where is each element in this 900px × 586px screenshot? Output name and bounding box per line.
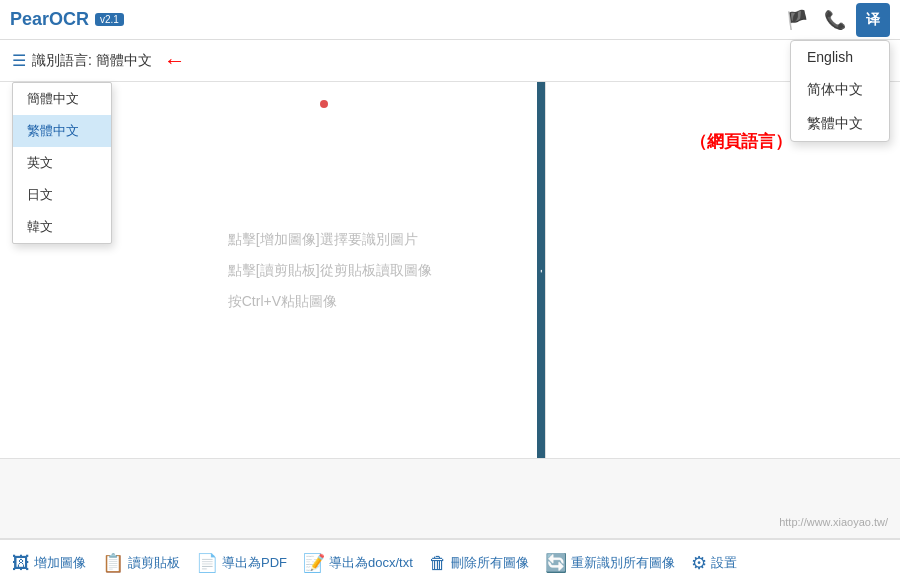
ui-language-dropdown: English 简体中文 繁體中文 xyxy=(790,40,890,142)
clipboard-icon: 📋 xyxy=(102,552,124,574)
clipboard-label: 讀剪貼板 xyxy=(128,554,180,572)
pdf-icon: 📄 xyxy=(196,552,218,574)
pdf-label: 導出為PDF xyxy=(222,554,287,572)
delete-icon: 🗑 xyxy=(429,553,447,574)
hint-1: 點擊[增加圖像]選擇要識別圖片 xyxy=(228,224,432,255)
add-image-icon: 🖼 xyxy=(12,553,30,574)
hint-3: 按Ctrl+V粘貼圖像 xyxy=(228,285,432,316)
red-dot xyxy=(320,100,328,108)
bottom-toolbar: 🖼 增加圖像 📋 讀剪貼板 📄 導出為PDF 📝 導出為docx/txt 🗑 刪… xyxy=(0,538,900,586)
refresh-icon: 🔄 xyxy=(545,552,567,574)
lang-option-traditional[interactable]: 繁體中文 xyxy=(791,107,889,141)
export-pdf-button[interactable]: 📄 導出為PDF xyxy=(196,552,287,574)
app-name: PearOCR xyxy=(10,9,89,30)
ocr-lang-selector[interactable]: ☰ 識別語言: 簡體中文 xyxy=(12,51,152,70)
flag-icon-btn[interactable]: 🏴 xyxy=(780,3,814,37)
brand: PearOCR v2.1 xyxy=(10,9,124,30)
ocr-lang-simp-chinese[interactable]: 簡體中文 xyxy=(13,83,111,115)
phone-icon-btn[interactable]: 📞 xyxy=(818,3,852,37)
panel-divider[interactable]: ··· xyxy=(537,82,545,458)
export-docx-button[interactable]: 📝 導出為docx/txt xyxy=(303,552,413,574)
bottom-gray-area xyxy=(0,458,900,538)
ocr-lang-label: 識別語言: 簡體中文 xyxy=(32,52,152,70)
add-image-label: 增加圖像 xyxy=(34,554,86,572)
hint-2: 點擊[讀剪貼板]從剪貼板讀取圖像 xyxy=(228,255,432,286)
rerecognize-label: 重新識別所有圖像 xyxy=(571,554,675,572)
divider-dots: ··· xyxy=(536,269,547,271)
read-clipboard-button[interactable]: 📋 讀剪貼板 xyxy=(102,552,180,574)
delete-label: 刪除所有圖像 xyxy=(451,554,529,572)
docx-label: 導出為docx/txt xyxy=(329,554,413,572)
web-lang-label: （網頁語言） xyxy=(690,130,792,153)
lang-option-english[interactable]: English xyxy=(791,41,889,73)
ocr-lang-korean[interactable]: 韓文 xyxy=(13,211,111,243)
translate-icon-btn[interactable]: 译 xyxy=(856,3,890,37)
lang-selector-bar: ☰ 識別語言: 簡體中文 ← 簡體中文 繁體中文 英文 日文 韓文 xyxy=(0,40,900,82)
image-hints: 點擊[增加圖像]選擇要識別圖片 點擊[讀剪貼板]從剪貼板讀取圖像 按Ctrl+V… xyxy=(228,224,432,316)
ocr-lang-japanese[interactable]: 日文 xyxy=(13,179,111,211)
title-icons: 🏴 📞 译 xyxy=(780,3,890,37)
ocr-lang-trad-chinese[interactable]: 繁體中文 xyxy=(13,115,111,147)
main-area: ☰ 識別語言: 簡體中文 ← 簡體中文 繁體中文 英文 日文 韓文 點擊[增加圖… xyxy=(0,40,900,538)
watermark: http://www.xiaoyao.tw/ xyxy=(779,516,888,528)
settings-button[interactable]: ⚙ 設置 xyxy=(691,552,737,574)
title-bar: PearOCR v2.1 🏴 📞 译 English 简体中文 繁體中文 xyxy=(0,0,900,40)
arrow-icon: ← xyxy=(164,48,186,74)
add-image-button[interactable]: 🖼 增加圖像 xyxy=(12,553,86,574)
lang-option-simplified[interactable]: 简体中文 xyxy=(791,73,889,107)
settings-icon: ⚙ xyxy=(691,552,707,574)
settings-label: 設置 xyxy=(711,554,737,572)
delete-all-button[interactable]: 🗑 刪除所有圖像 xyxy=(429,553,529,574)
docx-icon: 📝 xyxy=(303,552,325,574)
rerecognize-button[interactable]: 🔄 重新識別所有圖像 xyxy=(545,552,675,574)
version-badge: v2.1 xyxy=(95,13,124,26)
ocr-lang-icon: ☰ xyxy=(12,51,26,70)
ocr-lang-english[interactable]: 英文 xyxy=(13,147,111,179)
ocr-lang-dropdown: 簡體中文 繁體中文 英文 日文 韓文 xyxy=(12,82,112,244)
